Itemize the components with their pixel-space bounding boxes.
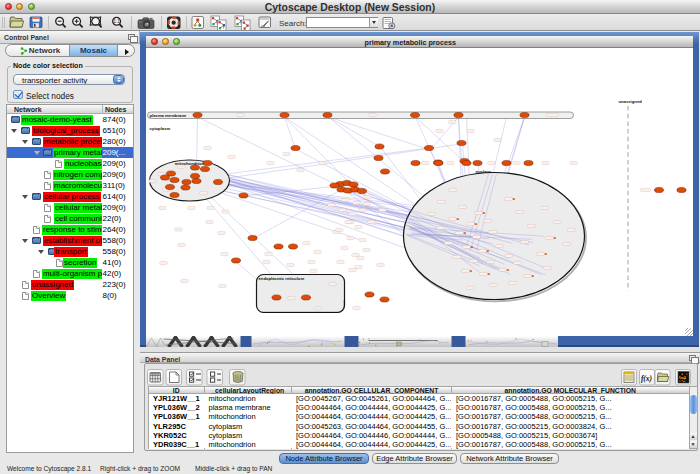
svg-text:unassigned: unassigned	[618, 99, 642, 104]
svg-text:nucleus: nucleus	[475, 169, 491, 174]
svg-text:endoplasmic reticulum: endoplasmic reticulum	[258, 276, 304, 281]
svg-text:cytoplasm: cytoplasm	[149, 126, 170, 131]
svg-text:f(x): f(x)	[641, 374, 653, 383]
svg-text:plasma membrane: plasma membrane	[149, 113, 186, 118]
svg-text:1:1: 1:1	[113, 19, 120, 24]
